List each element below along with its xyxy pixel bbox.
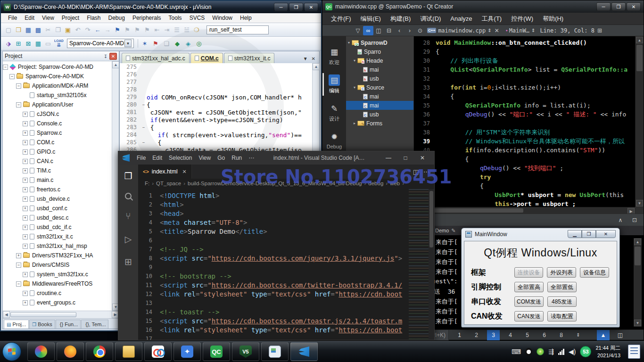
uvision-menu-item[interactable]: Project	[58, 14, 83, 22]
editor-tab[interactable]: <> index.html ✕	[138, 165, 192, 179]
project-tree[interactable]: ▲ ▼ − Project: Sparrow-Core-A0-MD − Spar…	[3, 61, 119, 311]
output-pane-button[interactable]: 8	[555, 330, 568, 340]
volume-icon[interactable]: ◀)	[569, 348, 576, 355]
taskbar-image-viewer[interactable]	[261, 342, 289, 361]
expand-toggle-icon[interactable]: +	[23, 234, 28, 239]
expand-toggle-icon[interactable]: +	[23, 140, 28, 145]
qtcreator-menu-item[interactable]: 控件(W)	[507, 13, 537, 25]
vscode-menu-item[interactable]: Edit	[149, 154, 165, 162]
uvision-menu-item[interactable]: Help	[237, 14, 255, 22]
bookmark-prev-icon[interactable]: ⚑	[123, 25, 132, 34]
expand-toggle-icon[interactable]: ▾	[352, 58, 357, 63]
score-badge[interactable]: 53	[580, 346, 591, 357]
tree-item[interactable]: + cJSON.c	[3, 109, 119, 119]
taskbar-browser360[interactable]	[27, 342, 55, 361]
panel-tab[interactable]: {}, Tem...	[81, 320, 108, 329]
output-tab-label[interactable]: Demo	[435, 228, 449, 233]
can-send-button[interactable]: CAN发送	[514, 311, 544, 321]
tree-item[interactable]: + Sparrow.c	[3, 128, 119, 138]
mode-item[interactable]: ✹ Debug	[322, 128, 346, 153]
more-actions-icon[interactable]: ⋯	[423, 168, 429, 175]
taskbar-chrome[interactable]	[86, 342, 113, 361]
link-icon[interactable]: ∞	[363, 26, 373, 35]
app-titlebar[interactable]: MainWindow ▁ ❐ ✕	[462, 228, 619, 240]
detach-pane-icon[interactable]: ⊡	[629, 215, 640, 225]
save-all-icon[interactable]: ▩	[33, 25, 43, 34]
chevron-down-icon[interactable]: ▼	[124, 40, 132, 47]
tree-item[interactable]: − Drivers/CMSIS	[3, 260, 119, 270]
connect-device-button[interactable]: 连接设备	[514, 267, 544, 278]
vscode-menu-item[interactable]: Run	[228, 154, 245, 162]
qq-icon[interactable]	[525, 348, 532, 356]
kill-breakpoints-icon[interactable]: ◆	[173, 39, 182, 48]
editor-tab[interactable]: COM.c	[190, 53, 223, 63]
minimize-button[interactable]: ▁	[568, 230, 582, 238]
bookmark-next-icon[interactable]: ⚑	[132, 25, 142, 34]
qtcreator-menu-item[interactable]: 构建(B)	[387, 13, 414, 25]
translate-icon[interactable]: ⬗	[4, 39, 13, 48]
tree-item[interactable]: + usb_device.c	[3, 194, 119, 204]
start-button[interactable]	[2, 342, 21, 361]
vscode-menu-item[interactable]: Go	[214, 154, 228, 162]
uvision-titlebar[interactable]: W D:\Sparrow-Core-A0-MDK\MDK-ARM\Sparrow…	[1, 1, 321, 13]
source-control-icon[interactable]: ⑂	[123, 211, 134, 222]
tree-item[interactable]: ▸ Forms	[346, 119, 413, 128]
expand-toggle-icon[interactable]: −	[16, 263, 21, 268]
network-signal-icon[interactable]	[558, 349, 564, 355]
navigate-back-icon[interactable]: ←	[93, 25, 102, 34]
tree-item[interactable]: + CAN.c	[3, 156, 119, 166]
split-editor-icon[interactable]: ◫	[373, 26, 384, 35]
expand-toggle-icon[interactable]: +	[23, 225, 28, 230]
tree-item[interactable]: usb	[346, 74, 413, 83]
taskbar-bird-app[interactable]: ✦	[173, 342, 201, 361]
expand-toggle-icon[interactable]: ▾	[346, 41, 352, 45]
paste-icon[interactable]: ▣	[63, 25, 73, 34]
scroll-up-icon[interactable]: ▲	[112, 61, 119, 68]
minimap[interactable]	[409, 189, 429, 340]
scroll-up-icon[interactable]: ▲	[636, 37, 643, 43]
peripheral-list-button[interactable]: 外设列表	[547, 267, 576, 278]
uvision-menu-item[interactable]: Tools	[165, 14, 185, 22]
close-button[interactable]: ✕	[627, 2, 641, 11]
build-icon[interactable]: ⊞	[14, 39, 23, 48]
windows-icon[interactable]: ◈	[183, 39, 193, 48]
uvision-menu-item[interactable]: Debug	[105, 14, 128, 22]
minimize-button[interactable]: ─	[274, 3, 288, 11]
forward-icon[interactable]: ›	[405, 26, 415, 35]
expand-toggle-icon[interactable]: +	[23, 178, 28, 183]
mode-item[interactable]: ✎ 设计	[322, 99, 346, 126]
pane-updown-icon[interactable]: ⇕	[572, 330, 585, 340]
back-icon[interactable]: ‹	[394, 26, 405, 35]
tree-item[interactable]: + freertos.c	[3, 185, 119, 194]
explorer-icon[interactable]: ❐	[123, 170, 134, 181]
options-wand-icon[interactable]: ✶	[140, 39, 149, 48]
expand-toggle-icon[interactable]: −	[16, 281, 21, 287]
bookmark-toggle-icon[interactable]: ⚑	[113, 25, 122, 34]
tree-item[interactable]: + TIM.c	[3, 166, 119, 175]
expand-toggle-icon[interactable]: −	[16, 83, 21, 89]
taskbar-qtcreator[interactable]: QC	[203, 342, 230, 361]
uvision-menu-item[interactable]: File	[5, 14, 20, 22]
pin-icon[interactable]: ↧	[102, 53, 109, 60]
tree-item[interactable]: ▾ Heade	[346, 56, 413, 65]
vscode-code-editor[interactable]: 1 <!DOCTYPE html> 2 <html> 3 <head>	[138, 189, 409, 340]
vscode-menu-item[interactable]: File	[133, 154, 149, 162]
close-button[interactable]: ✕	[596, 230, 616, 238]
extensions-icon[interactable]: ⊞	[123, 256, 134, 267]
panel-tab[interactable]: {} Fun...	[56, 320, 81, 329]
insert-breakpoint-icon[interactable]: ❏	[162, 39, 171, 48]
target-options-icon[interactable]: ◎	[194, 39, 204, 48]
flash-download-icon[interactable]: LOAD⇊	[53, 39, 65, 48]
undo-icon[interactable]: ↶	[73, 25, 83, 34]
symbol-select[interactable]: MainW…	[509, 27, 529, 34]
filter-icon[interactable]: ▽	[353, 26, 363, 35]
breadcrumb-item[interactable]: debug	[368, 181, 390, 186]
all-high-button[interactable]: 全部置高	[514, 282, 544, 292]
breadcrumb-item[interactable]: build-SparrowDemoService-Desktop_Qt_5_13…	[188, 181, 368, 186]
fold-icon[interactable]: −	[140, 125, 147, 130]
minimize-button[interactable]: —	[380, 153, 396, 163]
tree-item[interactable]: + COM.c	[3, 138, 119, 147]
maximize-button[interactable]: ❐	[289, 3, 303, 11]
output-pane-button[interactable]: 2	[470, 330, 483, 340]
expand-toggle-icon[interactable]: +	[23, 291, 28, 296]
